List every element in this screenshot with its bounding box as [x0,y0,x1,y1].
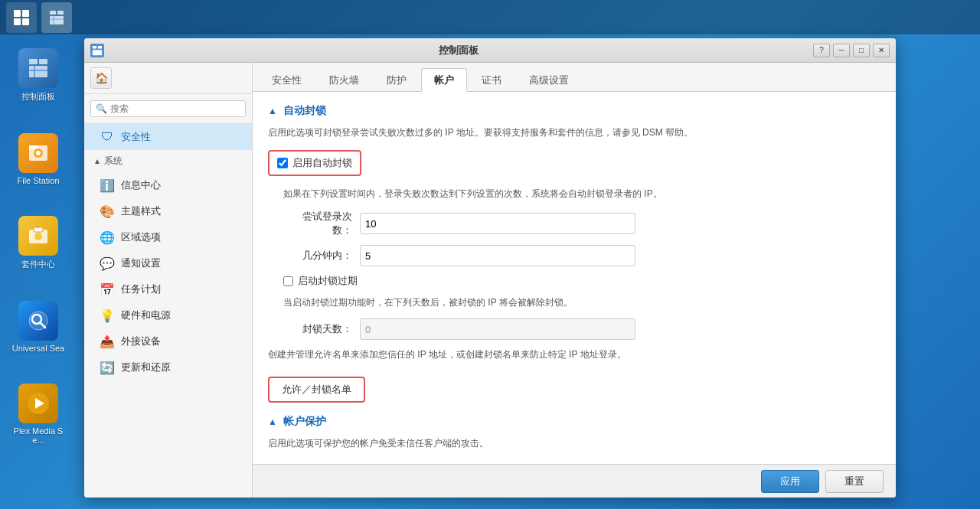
login-attempts-input[interactable] [360,213,635,234]
desktop-icons: 控制面板 File Station 套件中心 [0,42,77,451]
titlebar-controls: ? ─ □ ✕ [813,44,890,57]
desktop-icon-controlpanel[interactable]: 控制面板 [8,48,69,103]
svg-rect-3 [22,18,29,25]
sidebar-item-label: 更新和还原 [121,361,171,374]
sidebar-item-label: 硬件和电源 [121,308,171,322]
block-days-label: 封锁天数： [283,322,360,336]
infocenter-icon: ℹ️ [100,178,115,193]
desktop-icon-packagecenter[interactable]: 套件中心 [8,216,69,270]
svg-rect-2 [14,18,21,25]
search-box: 🔍 [90,100,246,117]
desktop-icon-filestation[interactable]: File Station [8,133,69,185]
sidebar-item-task[interactable]: 📅 任务计划 [84,276,252,302]
block-days-row: 封锁天数： [283,318,880,340]
autolock-section-header: ▲ 自动封锁 [268,104,880,118]
sidebar-item-label: 通知设置 [121,256,161,270]
manage-btn-row: 允许／封锁名单 [268,372,880,403]
apply-label: 应用 [780,475,800,487]
svg-rect-5 [57,11,64,15]
desktop-icon-universal[interactable]: Universal Sea [8,301,69,353]
theme-icon: 🎨 [100,204,115,219]
allowblock-label: 允许／封锁名单 [282,383,351,396]
apps-grid-icon[interactable] [6,2,37,33]
sidebar-item-security[interactable]: 🛡 安全性 [84,124,252,150]
autolock-indent-section: 如果在下列设置时间内，登录失败次数达到下列设置的次数，系统将会自动封锁登录者的 … [283,187,880,340]
enable-autolock-checkbox-container[interactable]: 启用自动封锁 [268,150,361,176]
apply-button[interactable]: 应用 [761,470,819,493]
window-title: 控制面板 [104,44,813,57]
main-content-scroll[interactable]: ▲ 自动封锁 启用此选项可封锁登录尝试失败次数过多的 IP 地址。要获得支持服务… [253,92,896,464]
tab-firewall[interactable]: 防火墙 [316,68,372,92]
svg-rect-10 [39,59,47,64]
universal-label: Universal Sea [12,344,64,353]
svg-point-19 [34,233,42,240]
tab-bar: 安全性 防火墙 防护 帐户 证书 高级设置 [253,63,896,92]
autolock-description: 启用此选项可封锁登录尝试失败次数过多的 IP 地址。要获得支持服务和套件的信息，… [268,126,880,139]
chevron-down-icon: ▲ [93,157,101,165]
tab-protection[interactable]: 防护 [374,68,420,92]
close-button[interactable]: ✕ [873,44,890,57]
main-window: 控制面板 ? ─ □ ✕ 🏠 🔍 🛡 安全性 [84,38,896,498]
notification-icon: 💬 [100,256,115,271]
svg-rect-20 [34,227,43,232]
home-button[interactable]: 🏠 [90,67,112,89]
external-icon: 📤 [100,334,115,349]
svg-rect-6 [50,16,64,24]
reset-button[interactable]: 重置 [825,470,884,493]
maximize-button[interactable]: □ [853,44,870,57]
sidebar-item-external[interactable]: 📤 外接设备 [84,328,252,354]
security-icon: 🛡 [100,129,115,145]
login-attempts-row: 尝试登录次数： [283,210,880,237]
expire-checkbox-row: 启动封锁过期 [283,274,880,288]
svg-rect-11 [29,66,47,77]
sidebar-item-label: 外接设备 [121,334,161,348]
block-days-input[interactable] [360,318,635,340]
sidebar-item-label: 区域选项 [121,230,161,244]
region-icon: 🌐 [100,230,115,245]
minutes-label: 几分钟内： [283,249,360,263]
chevron-up-icon-2: ▲ [268,416,277,427]
allowblock-button[interactable]: 允许／封锁名单 [268,377,365,403]
enable-autolock-label: 启用自动封锁 [292,156,352,170]
expire-checkbox[interactable] [283,276,293,286]
svg-rect-4 [50,11,56,15]
filestation-label: File Station [17,176,59,185]
tab-security[interactable]: 安全性 [259,68,315,92]
sidebar-item-update[interactable]: 🔄 更新和还原 [84,354,252,380]
sidebar-item-region[interactable]: 🌐 区域选项 [84,224,252,250]
sidebar-item-label: 任务计划 [121,282,161,296]
window-footer: 应用 重置 [253,464,896,498]
controlpanel-taskbar-icon[interactable] [41,2,72,33]
help-button[interactable]: ? [813,44,830,57]
sidebar-item-theme[interactable]: 🎨 主题样式 [84,198,252,224]
account-protection-title: 帐户保护 [283,415,326,429]
autolock-title: 自动封锁 [283,104,326,118]
task-icon: 📅 [100,282,115,297]
sidebar-item-label: 信息中心 [121,178,161,192]
svg-rect-15 [29,145,38,149]
minimize-button[interactable]: ─ [833,44,850,57]
enable-autolock-checkbox[interactable] [277,158,288,168]
sidebar-item-hardware[interactable]: 💡 硬件和电源 [84,302,252,328]
tab-advanced[interactable]: 高级设置 [516,68,582,92]
svg-rect-9 [29,59,38,64]
desktop-icon-plex[interactable]: Plex Media Se... [8,383,69,445]
tab-account[interactable]: 帐户 [421,68,467,92]
enable-autolock-row: 启用自动封锁 [268,150,880,176]
sidebar: 🏠 🔍 🛡 安全性 ▲ 系统 ℹ️ 信息中心 [84,63,253,498]
sidebar-section-system[interactable]: ▲ 系统 [84,150,252,172]
sidebar-item-notification[interactable]: 💬 通知设置 [84,250,252,276]
minutes-input[interactable] [360,245,635,266]
plex-label: Plex Media Se... [8,426,69,445]
packagecenter-label: 套件中心 [21,259,55,270]
svg-rect-1 [22,10,29,17]
window-icon [90,44,104,57]
search-icon: 🔍 [96,103,107,114]
sidebar-item-infocenter[interactable]: ℹ️ 信息中心 [84,172,252,198]
svg-rect-28 [93,50,102,55]
svg-rect-27 [98,45,102,48]
tab-certificate[interactable]: 证书 [469,68,514,92]
search-input[interactable] [110,103,240,114]
titlebar: 控制面板 ? ─ □ ✕ [84,38,896,63]
manage-desc: 创建并管理允许名单来添加您信任的 IP 地址，或创建封锁名单来防止特定 IP 地… [268,347,880,361]
